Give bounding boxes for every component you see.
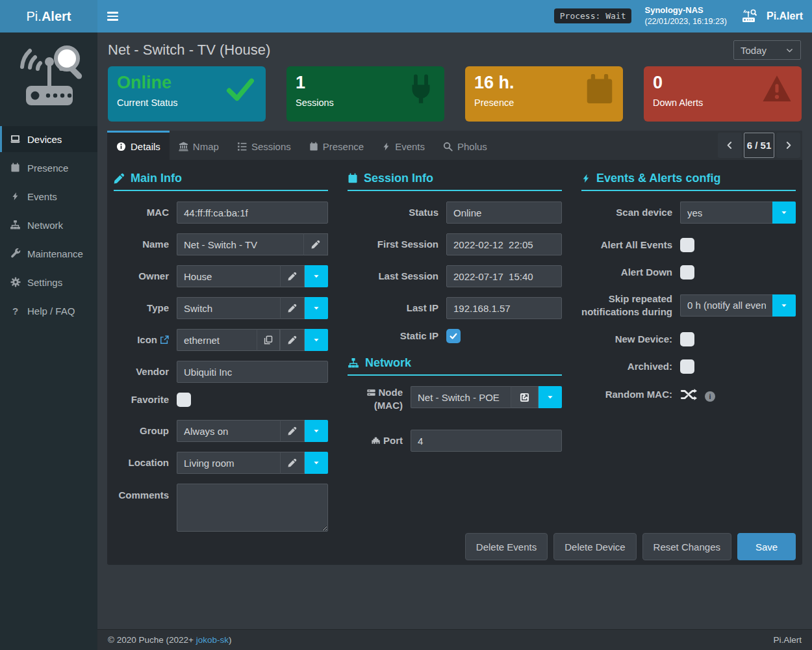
field-label: Static IP: [348, 330, 438, 343]
alert-all-events-checkbox[interactable]: [680, 238, 694, 252]
node-mac-input[interactable]: [411, 386, 511, 408]
icon-dropdown-button[interactable]: [305, 329, 328, 351]
owner-input[interactable]: [177, 265, 280, 287]
location-dropdown-button[interactable]: [305, 452, 328, 474]
edit-location-button[interactable]: [280, 452, 305, 474]
alert-down-checkbox[interactable]: [680, 265, 694, 280]
owner-dropdown-button[interactable]: [305, 265, 328, 287]
tab-sessions[interactable]: Sessions: [228, 131, 300, 160]
edit-name-button[interactable]: [303, 233, 328, 255]
sidebar-item-label: Maintenance: [27, 248, 83, 259]
scan-device-input[interactable]: [680, 202, 772, 224]
skip-notifications-dropdown-button[interactable]: [772, 294, 796, 317]
sidebar-item-events[interactable]: Events: [0, 183, 97, 209]
caret-down-icon: [780, 209, 788, 216]
port-input[interactable]: [411, 430, 562, 452]
first-session-input[interactable]: [446, 233, 562, 255]
status-card-sessions: 1 Sessions: [286, 66, 444, 122]
pencil-icon: [288, 272, 297, 281]
copy-icon-button[interactable]: [257, 329, 280, 351]
external-link-icon[interactable]: [160, 335, 169, 344]
static-ip-checkbox[interactable]: [446, 329, 461, 343]
skip-notifications-input[interactable]: [680, 294, 772, 317]
chevron-left-icon: [726, 140, 734, 150]
caret-down-icon: [312, 304, 320, 312]
prev-device-button[interactable]: [718, 133, 742, 158]
gear-icon: [10, 277, 21, 287]
location-input[interactable]: [177, 452, 280, 474]
scan-device-dropdown-button[interactable]: [772, 202, 796, 224]
last-session-input[interactable]: [446, 265, 562, 287]
caret-down-icon: [312, 427, 320, 435]
shuffle-icon: [680, 387, 698, 402]
tab-presence[interactable]: Presence: [300, 131, 373, 160]
sidebar-item-presence[interactable]: Presence: [0, 155, 97, 181]
tab-pholus[interactable]: Pholus: [434, 131, 496, 160]
sidebar-toggle-button[interactable]: [97, 0, 127, 32]
sidebar-item-label: Network: [27, 220, 63, 231]
main-info-heading: Main Info: [114, 172, 328, 191]
favorite-checkbox[interactable]: [177, 393, 191, 407]
edit-icon-button[interactable]: [280, 329, 305, 351]
edit-group-button[interactable]: [280, 420, 305, 442]
search-icon: [443, 142, 453, 151]
field-label: Port: [348, 434, 403, 447]
edit-type-button[interactable]: [280, 297, 305, 319]
info-circle-icon: [116, 142, 126, 151]
save-button[interactable]: Save: [737, 533, 796, 560]
mac-input[interactable]: [177, 202, 328, 224]
caret-down-icon: [312, 336, 320, 344]
period-dropdown[interactable]: Today: [733, 40, 801, 60]
caret-down-icon: [312, 272, 320, 280]
tab-events[interactable]: Events: [373, 131, 434, 160]
field-label: Comments: [114, 484, 169, 502]
logo-text-normal: Pi.: [27, 9, 42, 24]
tab-label: Pholus: [457, 141, 487, 152]
archived-checkbox[interactable]: [680, 359, 694, 374]
status-input[interactable]: [446, 202, 562, 224]
sidebar-item-settings[interactable]: Settings: [0, 269, 97, 295]
navbar: Process: Wait Synology-NAS (22/01/2023, …: [97, 0, 812, 32]
comments-textarea[interactable]: [177, 484, 328, 532]
external-link-square-icon: [520, 393, 529, 402]
next-device-button[interactable]: [776, 133, 800, 158]
pencil-icon: [288, 335, 297, 344]
reset-changes-button[interactable]: Reset Changes: [642, 533, 731, 560]
vendor-input[interactable]: [177, 361, 328, 383]
field-label: New Device:: [581, 333, 672, 346]
field-label: MAC: [114, 206, 169, 219]
info-tooltip-icon[interactable]: i: [705, 391, 715, 402]
host-datetime: (22/01/2023, 16:19:23): [644, 16, 727, 27]
tab-details[interactable]: Details: [107, 131, 170, 160]
node-dropdown-button[interactable]: [539, 386, 562, 408]
type-input[interactable]: [177, 297, 280, 319]
field-label: Alert Down: [581, 266, 672, 279]
calendar-icon: [585, 74, 615, 105]
device-pager: 6 / 51: [716, 131, 802, 160]
name-input[interactable]: [177, 233, 303, 255]
bolt-icon: [10, 191, 21, 202]
group-input[interactable]: [177, 420, 280, 442]
pencil-icon: [288, 304, 297, 313]
type-dropdown-button[interactable]: [305, 297, 328, 319]
field-label: Last Session: [348, 270, 438, 283]
sidebar-item-maintenance[interactable]: Maintenance: [0, 240, 97, 266]
sidebar-item-devices[interactable]: Devices: [0, 126, 97, 152]
edit-owner-button[interactable]: [280, 265, 305, 287]
pencil-icon: [311, 240, 320, 249]
open-node-button[interactable]: [511, 386, 539, 408]
status-card-presence: 16 h. Presence: [465, 66, 623, 122]
sidebar-item-help-faq[interactable]: ? Help / FAQ: [0, 298, 97, 324]
process-status-badge: Process: Wait: [554, 8, 632, 23]
tab-nmap[interactable]: Nmap: [170, 131, 228, 160]
pencil-icon: [288, 458, 297, 467]
delete-device-button[interactable]: Delete Device: [553, 533, 636, 560]
sidebar-item-network[interactable]: Network: [0, 212, 97, 238]
delete-events-button[interactable]: Delete Events: [465, 533, 548, 560]
jokob-sk-link[interactable]: jokob-sk: [196, 635, 229, 645]
new-device-checkbox[interactable]: [680, 332, 694, 346]
check-icon: [223, 74, 257, 104]
last-ip-input[interactable]: [446, 297, 562, 319]
icon-input[interactable]: [177, 329, 257, 351]
group-dropdown-button[interactable]: [305, 420, 328, 442]
